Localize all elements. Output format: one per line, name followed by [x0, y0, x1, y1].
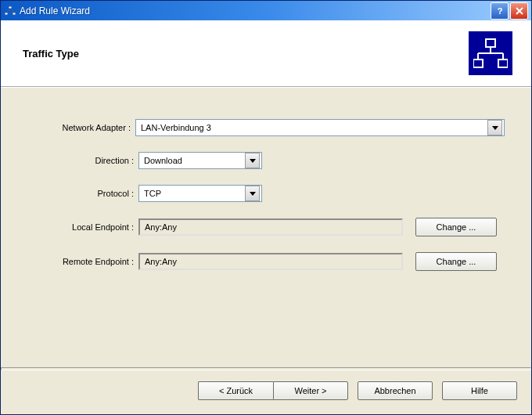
- local-endpoint-value: Any:Any: [145, 222, 177, 232]
- svg-rect-0: [9, 6, 12, 9]
- remote-endpoint-field: Any:Any: [138, 253, 403, 270]
- protocol-value: TCP: [144, 189, 161, 198]
- label-protocol: Protocol :: [27, 189, 138, 198]
- wizard-window: Add Rule Wizard ? Traffic Type: [0, 0, 532, 415]
- svg-rect-16: [498, 60, 508, 67]
- svg-rect-15: [473, 60, 483, 67]
- change-local-endpoint-button[interactable]: Change ...: [415, 218, 497, 236]
- svg-marker-18: [250, 159, 256, 163]
- row-protocol: Protocol : TCP: [27, 185, 505, 202]
- wizard-footer: < Zurück Weiter > Abbrechen Hilfe: [1, 370, 531, 414]
- svg-rect-3: [5, 13, 8, 15]
- protocol-select[interactable]: TCP: [138, 185, 262, 202]
- label-network-adapter: Network Adapter :: [27, 123, 135, 132]
- chevron-down-icon: [487, 120, 502, 135]
- svg-marker-19: [250, 192, 256, 196]
- window-title: Add Rule Wizard: [20, 5, 491, 16]
- cancel-button[interactable]: Abbrechen: [358, 381, 433, 400]
- svg-rect-4: [13, 13, 16, 15]
- back-button[interactable]: < Zurück: [198, 381, 273, 400]
- row-remote-endpoint: Remote Endpoint : Any:Any Change ...: [27, 252, 505, 271]
- label-remote-endpoint: Remote Endpoint :: [27, 257, 138, 266]
- svg-text:?: ?: [497, 6, 502, 16]
- next-button[interactable]: Weiter >: [273, 381, 348, 400]
- help-icon[interactable]: ?: [491, 2, 509, 20]
- label-direction: Direction :: [27, 156, 138, 165]
- local-endpoint-field: Any:Any: [138, 218, 403, 236]
- remote-endpoint-value: Any:Any: [145, 257, 177, 266]
- svg-rect-10: [486, 39, 495, 47]
- network-adapter-select[interactable]: LAN-Verbindung 3: [135, 119, 505, 136]
- close-icon[interactable]: [510, 2, 528, 20]
- network-icon: [469, 31, 512, 75]
- svg-marker-17: [492, 126, 498, 130]
- row-local-endpoint: Local Endpoint : Any:Any Change ...: [27, 218, 505, 236]
- page-title: Traffic Type: [23, 48, 79, 60]
- help-button[interactable]: Hilfe: [442, 381, 517, 400]
- row-direction: Direction : Download: [27, 152, 505, 169]
- wizard-body: Network Adapter : LAN-Verbindung 3 Direc…: [1, 88, 531, 367]
- chevron-down-icon: [245, 153, 260, 168]
- label-local-endpoint: Local Endpoint :: [27, 222, 138, 232]
- app-icon: [4, 5, 16, 17]
- change-remote-endpoint-button[interactable]: Change ...: [415, 252, 497, 271]
- title-bar: Add Rule Wizard ?: [1, 1, 531, 20]
- row-network-adapter: Network Adapter : LAN-Verbindung 3: [27, 119, 505, 136]
- chevron-down-icon: [245, 186, 260, 201]
- network-adapter-value: LAN-Verbindung 3: [141, 123, 211, 132]
- wizard-header: Traffic Type: [1, 20, 531, 88]
- direction-value: Download: [144, 156, 182, 165]
- direction-select[interactable]: Download: [138, 152, 262, 169]
